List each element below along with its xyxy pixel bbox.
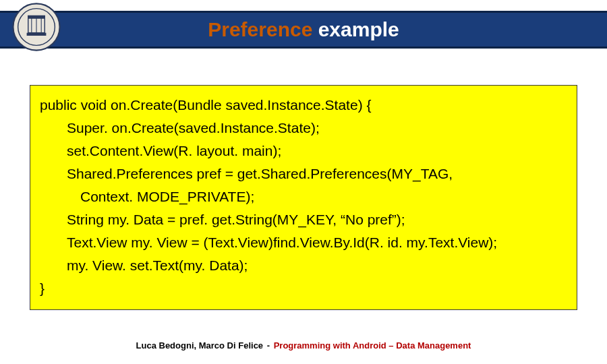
code-line: set.Content.View(R. layout. main); [40,140,567,162]
university-seal-logo [12,3,61,51]
code-block: public void on.Create(Bundle saved.Insta… [30,85,577,310]
footer-topic: Programming with Android – Data Manageme… [274,340,471,351]
code-line: String my. Data = pref. get.String(MY_KE… [40,208,567,231]
code-line: } [40,277,567,300]
code-line: Text.View my. View = (Text.View)find.Vie… [40,231,567,254]
svg-rect-7 [28,16,45,18]
code-line: my. View. set.Text(my. Data); [40,254,567,277]
title-band: Preference example [0,11,607,49]
title-rest: example [312,18,399,40]
slide-title: Preference example [208,18,399,41]
code-line: Shared.Preferences pref = get.Shared.Pre… [40,162,567,185]
slide: Preference example public void on.Create… [0,0,607,364]
footer: Luca Bedogni, Marco Di Felice - Programm… [0,340,607,351]
code-line: Context. MODE_PRIVATE); [40,185,567,208]
footer-authors: Luca Bedogni, Marco Di Felice [136,340,264,351]
code-line: public void on.Create(Bundle saved.Insta… [40,94,567,117]
title-accent: Preference [208,18,312,40]
svg-rect-6 [27,33,47,36]
code-line: Super. on.Create(saved.Instance.State); [40,117,567,140]
footer-dash: - [264,340,272,351]
